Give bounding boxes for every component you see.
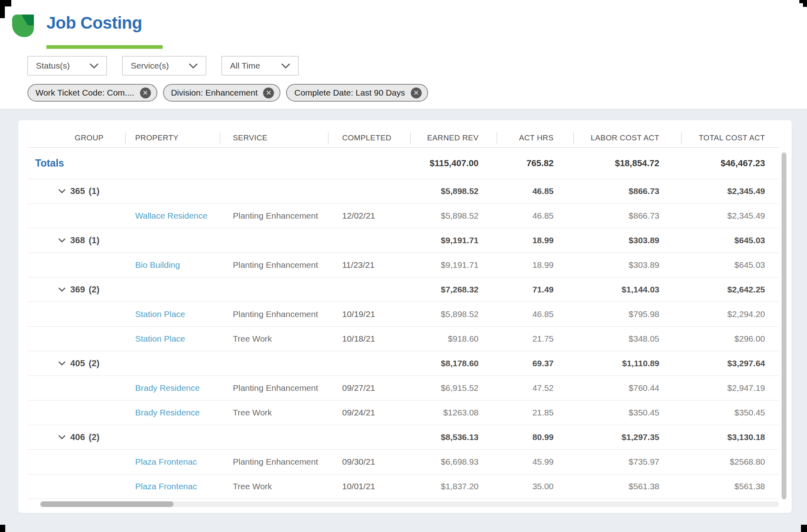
totals-act-hrs: 765.82 <box>497 158 573 169</box>
service-cell: Tree Work <box>220 408 328 417</box>
column-header-service[interactable]: SERVICE <box>220 128 328 147</box>
completed-cell: 09/27/21 <box>328 383 410 393</box>
column-header-group[interactable]: GROUP <box>28 128 125 147</box>
group-total-cost-act: $2,345.49 <box>681 186 779 196</box>
group-number: 405 <box>70 358 85 369</box>
property-link[interactable]: Plaza Frontenac <box>135 482 197 491</box>
chevron-down-icon <box>90 63 98 69</box>
column-header-property[interactable]: PROPERTY <box>125 128 220 147</box>
group-number: 369 <box>70 284 85 295</box>
group-number: 406 <box>70 432 85 442</box>
act-hrs-cell: 21.75 <box>497 334 573 344</box>
close-icon[interactable]: ✕ <box>411 88 422 98</box>
top-header: Job Costing Status(s) Service(s) All Tim… <box>0 0 807 109</box>
column-header-labor-cost-act[interactable]: LABOR COST ACT <box>573 128 681 147</box>
earned-rev-cell: $1,837.20 <box>410 482 497 491</box>
filter-chip-work-ticket-code[interactable]: Work Ticket Code: Com.... ✕ <box>27 84 157 102</box>
chevron-down-icon[interactable] <box>59 360 65 367</box>
status-dropdown[interactable]: Status(s) <box>27 56 107 75</box>
property-link[interactable]: Brady Residence <box>135 383 200 392</box>
table-row: Bio Building Planting Enhancement 11/23/… <box>28 253 779 277</box>
column-header-completed[interactable]: COMPLETED <box>328 128 410 147</box>
group-labor-cost-act: $866.73 <box>573 186 681 196</box>
chevron-down-icon[interactable] <box>59 237 65 244</box>
property-link[interactable]: Plaza Frontenac <box>135 457 197 466</box>
property-link[interactable]: Bio Building <box>135 260 180 269</box>
horizontal-scrollbar-track[interactable] <box>40 501 779 507</box>
group-row-406: 406(2) $8,536.13 80.99 $1,297.35 $3,130.… <box>28 425 779 450</box>
total-cost-act-cell: $2,947.19 <box>681 383 779 393</box>
totals-earned-rev: $115,407.00 <box>410 158 497 169</box>
group-earned-rev: $8,178.60 <box>410 359 497 368</box>
chevron-down-icon <box>189 63 198 69</box>
column-header-total-cost-act[interactable]: TOTAL COST ACT <box>681 128 779 147</box>
title-underline <box>46 45 163 49</box>
group-act-hrs: 80.99 <box>497 432 573 442</box>
crop-mark <box>0 0 5 18</box>
completed-cell: 09/24/21 <box>328 408 410 417</box>
property-link[interactable]: Station Place <box>135 309 185 319</box>
act-hrs-cell: 21.85 <box>497 408 573 417</box>
earned-rev-cell: $5,898.52 <box>410 211 497 221</box>
completed-cell: 10/18/21 <box>328 334 410 344</box>
totals-total-cost-act: $46,467.23 <box>681 158 779 169</box>
group-act-hrs: 46.85 <box>497 186 573 196</box>
chevron-down-icon[interactable] <box>59 434 65 441</box>
column-header-act-hrs[interactable]: ACT HRS <box>497 128 573 147</box>
filter-chip-label: Division: Enhancement <box>171 88 258 98</box>
total-cost-act-cell: $2,294.20 <box>681 309 779 319</box>
service-dropdown[interactable]: Service(s) <box>122 56 206 75</box>
property-link[interactable]: Brady Residence <box>135 408 200 417</box>
group-earned-rev: $7,268.32 <box>410 285 497 294</box>
filter-chip-complete-date[interactable]: Complete Date: Last 90 Days ✕ <box>286 84 428 102</box>
group-row-365: 365(1) $5,898.52 46.85 $866.73 $2,345.49 <box>28 179 779 204</box>
status-dropdown-label: Status(s) <box>36 61 70 71</box>
group-total-cost-act: $3,130.18 <box>681 432 779 442</box>
completed-cell: 09/30/21 <box>328 457 410 467</box>
column-header-earned-rev[interactable]: EARNED REV <box>410 128 497 147</box>
chevron-down-icon[interactable] <box>59 188 65 195</box>
earned-rev-cell: $918.60 <box>410 334 497 344</box>
table-row: Station Place Planting Enhancement 10/19… <box>28 302 779 327</box>
act-hrs-cell: 18.99 <box>497 260 573 270</box>
labor-cost-act-cell: $350.45 <box>573 408 681 417</box>
horizontal-scrollbar-thumb[interactable] <box>40 501 174 507</box>
close-icon[interactable]: ✕ <box>140 88 151 98</box>
time-range-dropdown-label: All Time <box>230 61 260 71</box>
group-row-405: 405(2) $8,178.60 69.37 $1,110.89 $3,297.… <box>28 351 779 376</box>
vertical-scrollbar[interactable] <box>782 152 786 499</box>
chevron-down-icon <box>281 63 290 69</box>
labor-cost-act-cell: $795.98 <box>573 309 681 319</box>
table-header-row: GROUP PROPERTY SERVICE COMPLETED EARNED … <box>28 128 779 148</box>
group-number: 365 <box>70 186 85 196</box>
filter-chip-division[interactable]: Division: Enhancement ✕ <box>163 84 281 102</box>
group-act-hrs: 69.37 <box>497 359 573 368</box>
group-count: (2) <box>89 432 100 442</box>
total-cost-act-cell: $2568.80 <box>681 457 779 467</box>
group-count: (1) <box>89 235 100 246</box>
chevron-down-icon[interactable] <box>59 286 65 293</box>
property-link[interactable]: Wallace Residence <box>135 211 207 220</box>
completed-cell: 10/01/21 <box>328 482 410 491</box>
group-labor-cost-act: $303.89 <box>573 236 681 245</box>
table-row: Wallace Residence Planting Enhancement 1… <box>28 204 779 228</box>
total-cost-act-cell: $296.00 <box>681 334 779 344</box>
group-earned-rev: $5,898.52 <box>410 186 497 196</box>
completed-cell: 11/23/21 <box>328 260 410 270</box>
group-labor-cost-act: $1,297.35 <box>573 432 681 442</box>
group-count: (1) <box>89 186 100 196</box>
crop-mark <box>803 0 807 7</box>
filter-chips-row: Work Ticket Code: Com.... ✕ Division: En… <box>27 84 428 102</box>
group-number: 368 <box>70 235 85 246</box>
earned-rev-cell: $9,191.71 <box>410 260 497 270</box>
time-range-dropdown[interactable]: All Time <box>222 56 299 75</box>
act-hrs-cell: 45.99 <box>497 457 573 467</box>
service-cell: Planting Enhancement <box>220 309 328 319</box>
total-cost-act-cell: $561.38 <box>681 482 779 491</box>
total-cost-act-cell: $645.03 <box>681 260 779 270</box>
service-cell: Planting Enhancement <box>220 211 328 221</box>
total-cost-act-cell: $2,345.49 <box>681 211 779 221</box>
close-icon[interactable]: ✕ <box>263 88 274 98</box>
property-link[interactable]: Station Place <box>135 334 185 343</box>
completed-cell: 12/02/21 <box>328 211 410 221</box>
